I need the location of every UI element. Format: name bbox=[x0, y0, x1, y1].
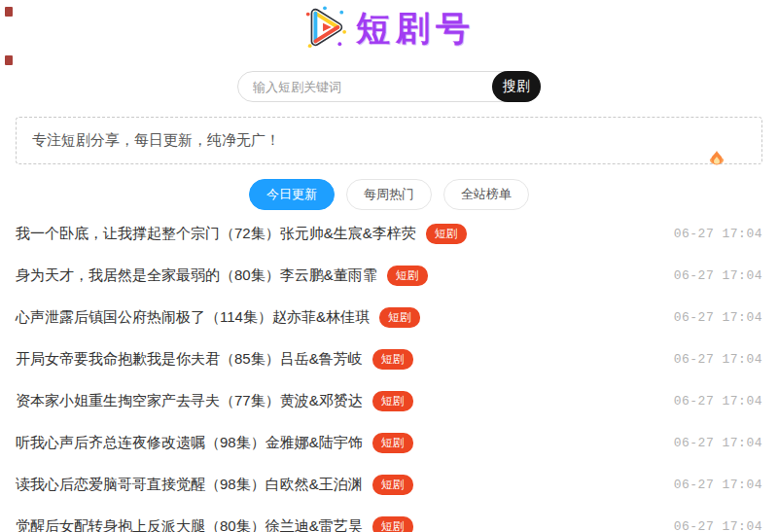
update-time: 06-27 17:04 bbox=[674, 310, 762, 325]
flame-icon bbox=[707, 151, 726, 168]
short-drama-badge: 短剧 bbox=[372, 349, 413, 369]
short-drama-badge: 短剧 bbox=[372, 516, 413, 532]
tab-site-ranking[interactable]: 全站榜单 bbox=[443, 179, 529, 210]
short-drama-badge: 短剧 bbox=[387, 266, 428, 285]
short-drama-badge: 短剧 bbox=[426, 224, 467, 243]
broken-image-icon bbox=[5, 55, 13, 65]
list-item[interactable]: 听我心声后齐总连夜修改遗嘱（98集）金雅娜&陆宇饰 短剧 06-27 17:04 bbox=[16, 422, 762, 464]
drama-list: 我一个卧底，让我撑起整个宗门（72集）张元帅&生宸&李梓荧 短剧 06-27 1… bbox=[16, 213, 762, 532]
drama-title[interactable]: 听我心声后齐总连夜修改遗嘱（98集）金雅娜&陆宇饰 bbox=[16, 434, 363, 452]
update-time: 06-27 17:04 bbox=[674, 519, 762, 532]
search-button[interactable]: 搜剧 bbox=[492, 71, 541, 102]
update-time: 06-27 17:04 bbox=[674, 394, 762, 408]
drama-title[interactable]: 我一个卧底，让我撑起整个宗门（72集）张元帅&生宸&李梓荧 bbox=[16, 225, 416, 243]
broken-image-icon bbox=[5, 7, 13, 17]
list-item[interactable]: 觉醒后女配转身抱上反派大腿（80集）徐兰迪&雷艺昊 短剧 06-27 17:04 bbox=[16, 506, 762, 532]
tab-today-update[interactable]: 今日更新 bbox=[249, 179, 335, 210]
drama-title[interactable]: 心声泄露后镇国公府热闹极了（114集）赵亦菲&林佳琪 bbox=[16, 308, 370, 327]
search-bar: 搜剧 bbox=[0, 71, 778, 102]
short-drama-badge: 短剧 bbox=[372, 475, 413, 494]
notice-text: 专注短剧分享，每日更新，纯净无广！ bbox=[32, 131, 280, 148]
drama-title[interactable]: 资本家小姐重生掏空家产去寻夫（77集）黄波&邓赟达 bbox=[16, 392, 363, 410]
drama-title[interactable]: 身为天才，我居然是全家最弱的（80集）李云鹏&董雨霏 bbox=[16, 266, 377, 285]
update-time: 06-27 17:04 bbox=[674, 268, 762, 283]
update-time: 06-27 17:04 bbox=[674, 352, 762, 367]
short-drama-badge: 短剧 bbox=[379, 307, 420, 327]
tab-weekly-hot[interactable]: 每周热门 bbox=[346, 179, 432, 210]
logo-text[interactable]: 短剧号 bbox=[356, 6, 476, 52]
notice-banner: 专注短剧分享，每日更新，纯净无广！ bbox=[16, 117, 762, 164]
tab-bar: 今日更新 每周热门 全站榜单 bbox=[0, 179, 778, 210]
site-header: 短剧号 bbox=[0, 0, 778, 51]
logo-play-icon bbox=[302, 5, 347, 53]
update-time: 06-27 17:04 bbox=[674, 436, 762, 450]
update-time: 06-27 17:04 bbox=[674, 227, 762, 241]
list-item[interactable]: 读我心后恋爱脑哥哥直接觉醒（98集）白欧然&王泊渊 短剧 06-27 17:04 bbox=[16, 464, 762, 506]
update-time: 06-27 17:04 bbox=[674, 478, 762, 492]
list-item[interactable]: 开局女帝要我命抱歉我是你夫君（85集）吕岳&鲁芳岐 短剧 06-27 17:04 bbox=[16, 338, 762, 380]
list-item[interactable]: 资本家小姐重生掏空家产去寻夫（77集）黄波&邓赟达 短剧 06-27 17:04 bbox=[16, 380, 762, 422]
drama-title[interactable]: 读我心后恋爱脑哥哥直接觉醒（98集）白欧然&王泊渊 bbox=[16, 476, 363, 494]
short-drama-badge: 短剧 bbox=[372, 391, 413, 410]
drama-title[interactable]: 觉醒后女配转身抱上反派大腿（80集）徐兰迪&雷艺昊 bbox=[16, 517, 363, 532]
list-item[interactable]: 我一个卧底，让我撑起整个宗门（72集）张元帅&生宸&李梓荧 短剧 06-27 1… bbox=[16, 213, 762, 255]
list-item[interactable]: 身为天才，我居然是全家最弱的（80集）李云鹏&董雨霏 短剧 06-27 17:0… bbox=[16, 255, 762, 297]
short-drama-badge: 短剧 bbox=[372, 433, 413, 452]
list-item[interactable]: 心声泄露后镇国公府热闹极了（114集）赵亦菲&林佳琪 短剧 06-27 17:0… bbox=[16, 297, 762, 338]
drama-title[interactable]: 开局女帝要我命抱歉我是你夫君（85集）吕岳&鲁芳岐 bbox=[16, 350, 363, 369]
